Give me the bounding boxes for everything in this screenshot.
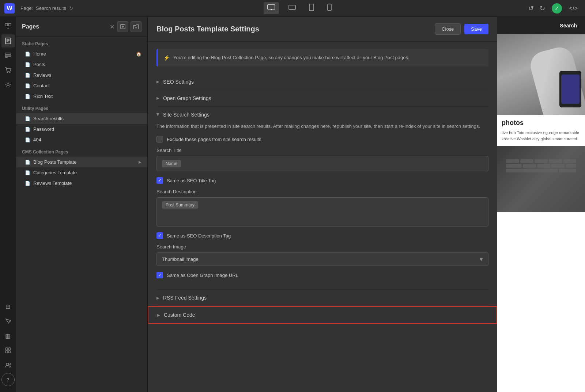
site-search-header[interactable]: ▶ Site Search Settings: [156, 107, 488, 123]
topbar-center: [73, 1, 526, 15]
page-item-rich-text[interactable]: 📄 Rich Text: [16, 91, 147, 102]
settings-panel-icon[interactable]: [1, 78, 15, 91]
grid-tool-icon[interactable]: ▦: [1, 329, 15, 342]
tablet-portrait-btn[interactable]: [305, 1, 318, 15]
svg-rect-6: [5, 23, 8, 26]
help-icon[interactable]: ?: [1, 373, 15, 386]
page-item-search-results[interactable]: 📄 Search results: [16, 113, 147, 124]
desktop-device-btn[interactable]: [264, 2, 279, 14]
site-search-accordion: ▶ Site Search Settings The information t…: [156, 107, 488, 290]
redo-btn[interactable]: ↻: [537, 3, 547, 14]
preview-mode-icon[interactable]: ⊞: [1, 300, 15, 313]
save-button[interactable]: Save: [464, 24, 488, 34]
page-label-rich-text: Rich Text: [33, 94, 141, 99]
svg-rect-3: [289, 5, 295, 9]
pages-panel-icon[interactable]: [1, 34, 15, 47]
page-item-categories-template[interactable]: 📄 Categories Template: [16, 167, 147, 178]
svg-point-25: [8, 363, 10, 365]
same-as-og-checkbox[interactable]: ✓: [156, 272, 163, 278]
sidebar-title: Pages: [22, 23, 107, 30]
users-icon[interactable]: [1, 358, 15, 372]
search-image-label: Search Image: [156, 244, 488, 250]
cms-pages-header: CMS Collection Pages: [16, 145, 147, 157]
components-icon[interactable]: [1, 344, 15, 357]
svg-rect-10: [5, 38, 11, 44]
page-item-404[interactable]: 📄 404: [16, 134, 147, 145]
open-graph-header[interactable]: ▶ Open Graph Settings: [156, 90, 488, 106]
preview-search-btn[interactable]: Search: [555, 20, 582, 31]
seo-settings-header[interactable]: ▶ SEO Settings: [156, 74, 488, 90]
page-item-reviews[interactable]: 📄 Reviews: [16, 70, 147, 80]
same-as-seo-checkbox[interactable]: ✓: [156, 177, 163, 184]
search-title-input-container[interactable]: Name: [156, 156, 488, 171]
same-as-desc-label: Same as SEO Description Tag: [167, 233, 231, 239]
add-panel-icon[interactable]: [1, 20, 15, 33]
preview-image-top: [497, 34, 585, 115]
sidebar-close-btn[interactable]: ✕: [110, 23, 114, 30]
chevron-right-icon: ▶: [156, 96, 159, 100]
rss-feed-header[interactable]: ▶ RSS Feed Settings: [156, 290, 488, 306]
undo-btn[interactable]: ↺: [526, 3, 536, 14]
chevron-right-icon: ▶: [157, 313, 160, 317]
topbar-right: ↺ ↻ ✓ </>: [526, 3, 581, 14]
page-item-posts[interactable]: 📄 Posts: [16, 59, 147, 70]
icon-rail: ⊞ ▦ ?: [0, 17, 16, 392]
chevron-down-icon: ▶: [156, 113, 160, 116]
pages-sidebar: Pages ✕ Static Pages 📄 Home 🏠 📄 Posts 📄: [16, 17, 148, 392]
open-graph-label: Open Graph Settings: [163, 95, 211, 101]
same-as-seo-row: ✓ Same as SEO Title Tag: [156, 177, 488, 184]
add-folder-btn[interactable]: [131, 21, 141, 32]
site-search-label: Site Search Settings: [163, 112, 210, 118]
mobile-btn[interactable]: [324, 1, 335, 15]
same-as-desc-row: ✓ Same as SEO Description Tag: [156, 232, 488, 239]
preview-area: Search photos tive hub Toto exclusive ng…: [497, 17, 585, 392]
settings-title: Blog Posts Template Settings: [156, 25, 435, 33]
page-doc-icon: 📄: [25, 62, 30, 67]
chevron-right-icon: ▶: [156, 80, 159, 84]
page-doc-icon: 📄: [25, 73, 30, 78]
topbar-left: W Page: Search results ↻: [4, 3, 73, 14]
page-item-blog-posts-template[interactable]: 📄 Blog Posts Template ▶: [16, 157, 147, 167]
exclude-checkbox[interactable]: [156, 136, 163, 142]
info-box: ⚡ You're editing the Blog Post Collectio…: [156, 49, 488, 66]
tablet-landscape-btn[interactable]: [285, 2, 299, 14]
page-label-contact: Contact: [33, 83, 141, 88]
page-item-reviews-template[interactable]: 📄 Reviews Template: [16, 178, 147, 189]
selection-tool-icon[interactable]: [1, 315, 15, 328]
same-as-seo-label: Same as SEO Title Tag: [167, 178, 216, 183]
page-label-categories-template: Categories Template: [33, 170, 141, 175]
page-item-password[interactable]: 📄 Password: [16, 124, 147, 134]
preview-content: photos tive hub Toto exclusive ng-edge r…: [497, 34, 585, 392]
code-btn[interactable]: </>: [566, 4, 581, 13]
page-item-home[interactable]: 📄 Home 🏠: [16, 49, 147, 59]
page-doc-icon: 📄: [25, 127, 30, 132]
refresh-icon[interactable]: ↻: [69, 5, 73, 11]
search-image-select[interactable]: Thumbnail image: [156, 252, 488, 266]
webflow-logo[interactable]: W: [4, 3, 15, 14]
add-page-btn[interactable]: [117, 21, 128, 32]
svg-point-18: [9, 72, 10, 73]
page-doc-icon: 📄: [25, 52, 30, 57]
main-layout: ⊞ ▦ ? Pages ✕: [0, 17, 585, 392]
search-description-input-container[interactable]: Post Summary: [156, 197, 488, 227]
page-item-contact[interactable]: 📄 Contact: [16, 80, 147, 91]
rss-feed-label: RSS Feed Settings: [163, 295, 207, 301]
info-text: You're editing the Blog Post Collection …: [173, 54, 410, 61]
site-search-content: The information that is presented in sit…: [156, 123, 488, 290]
static-pages-header: Static Pages: [16, 37, 147, 49]
sidebar-header: Pages ✕: [16, 17, 147, 37]
svg-rect-0: [268, 5, 275, 9]
search-title-label: Search Title: [156, 148, 488, 153]
purple-doc-icon: 📄: [25, 170, 30, 175]
page-label: Page:: [20, 5, 33, 11]
svg-rect-21: [8, 348, 11, 350]
cms-panel-icon[interactable]: [1, 49, 15, 62]
same-as-desc-checkbox[interactable]: ✓: [156, 232, 163, 239]
close-button[interactable]: Close: [435, 23, 461, 35]
ecommerce-panel-icon[interactable]: [1, 64, 15, 77]
page-label-blog-posts-template: Blog Posts Template: [33, 159, 136, 165]
svg-rect-20: [5, 348, 8, 350]
custom-code-highlight: ▶ Custom Code: [148, 306, 497, 324]
name-tag: Name: [162, 160, 181, 167]
custom-code-header[interactable]: ▶ Custom Code: [157, 307, 488, 323]
